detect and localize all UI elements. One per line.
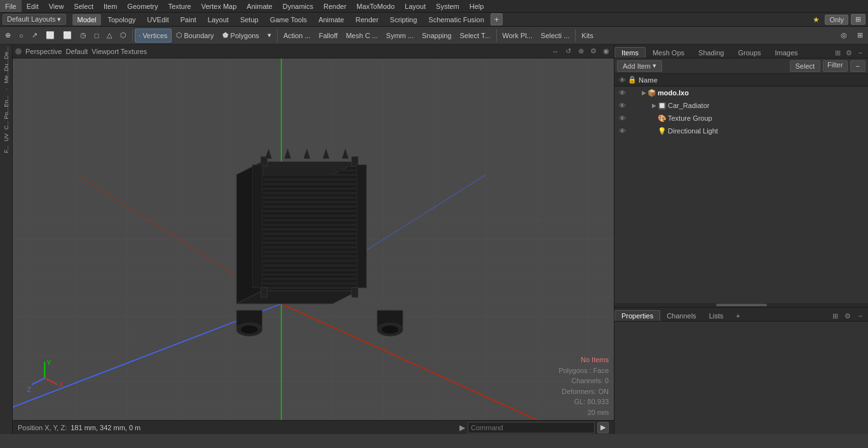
command-input[interactable]: [468, 422, 595, 433]
vertices-button[interactable]: · Vertices: [135, 29, 171, 43]
left-tool-6[interactable]: Po...: [1, 107, 12, 119]
kits-button[interactable]: Kits: [578, 29, 597, 43]
tab-groups[interactable]: Groups: [731, 47, 768, 58]
tree-lock-light[interactable]: [627, 126, 637, 136]
workpl-button[interactable]: Work Pl...: [499, 29, 536, 43]
tree-lock-texture[interactable]: [627, 113, 637, 123]
menu-edit[interactable]: Edit: [22, 0, 44, 12]
left-tool-7[interactable]: C...: [1, 119, 12, 131]
menu-view[interactable]: View: [44, 0, 69, 12]
tree-arrow-modo[interactable]: ▶: [640, 89, 648, 97]
symm-button[interactable]: Symm ...: [383, 29, 417, 43]
viewport-move-icon[interactable]: ↔: [550, 46, 560, 57]
menu-file[interactable]: File: [0, 0, 22, 12]
tab-model[interactable]: Model: [72, 14, 102, 25]
tool-extra2[interactable]: ⬡: [116, 29, 130, 43]
tree-lock-radiator[interactable]: [627, 100, 637, 111]
tree-eye-light[interactable]: 👁: [617, 126, 627, 136]
tab-animate[interactable]: Animate: [313, 14, 349, 25]
items-settings-icon[interactable]: ⚙: [844, 48, 854, 58]
tab-schematic-fusion[interactable]: Schematic Fusion: [423, 14, 489, 25]
tool-toggle[interactable]: ⊕: [1, 29, 15, 43]
menu-maxtomodo[interactable]: MaxToModo: [351, 0, 400, 12]
props-settings-icon[interactable]: ⚙: [843, 311, 853, 321]
viewport-canvas[interactable]: Y X Z No Items Polygons : Face Channels:…: [13, 58, 614, 420]
tab-mesh-ops[interactable]: Mesh Ops: [646, 47, 691, 58]
selecti-button[interactable]: Selecti ...: [537, 29, 573, 43]
menu-select[interactable]: Select: [69, 0, 98, 12]
expand-button[interactable]: ⊞: [851, 14, 865, 25]
add-item-button[interactable]: Add Item ▾: [617, 60, 662, 72]
tree-eye-modo[interactable]: 👁: [617, 88, 627, 98]
tree-item-car-radiator[interactable]: 👁 ▶ 🔲 Car_Radiator: [614, 99, 868, 112]
tab-images[interactable]: Images: [768, 47, 805, 58]
tree-arrow-radiator[interactable]: ▶: [650, 102, 658, 109]
selectt-button[interactable]: Select T...: [456, 29, 494, 43]
menu-layout[interactable]: Layout: [400, 0, 431, 12]
viewport-camera-icon[interactable]: ◉: [601, 46, 611, 57]
tool-cursor[interactable]: ↗: [28, 29, 41, 43]
left-tool-9[interactable]: F...: [1, 144, 12, 155]
menu-help[interactable]: Help: [465, 0, 489, 12]
tree-item-directional-light[interactable]: 👁 ▶ 💡 Directional Light: [614, 125, 868, 137]
menu-dynamics[interactable]: Dynamics: [278, 0, 318, 12]
polygons-button[interactable]: ⬟ Polygons: [219, 29, 263, 43]
only-button[interactable]: Only: [825, 15, 848, 25]
menu-item[interactable]: Item: [98, 0, 122, 12]
command-go-button[interactable]: ▶: [597, 422, 609, 433]
tab-scripting[interactable]: Scripting: [385, 14, 423, 25]
tool-box[interactable]: □: [91, 29, 103, 43]
tree-eye-radiator[interactable]: 👁: [617, 100, 627, 111]
left-tool-8[interactable]: UV: [1, 132, 12, 143]
snapping-button[interactable]: Snapping: [418, 29, 456, 43]
tab-paint[interactable]: Paint: [175, 14, 201, 25]
props-collapse-icon[interactable]: −: [855, 311, 865, 321]
mesh-type-dropdown[interactable]: ▾: [264, 29, 275, 43]
menu-system[interactable]: System: [431, 0, 465, 12]
nav-grid-button[interactable]: ⊞: [853, 29, 867, 43]
tab-uvedit[interactable]: UVEdit: [142, 14, 174, 25]
tab-topology[interactable]: Topology: [102, 14, 140, 25]
tab-setup[interactable]: Setup: [235, 14, 264, 25]
meshc-button[interactable]: Mesh C ...: [342, 29, 381, 43]
tab-items[interactable]: Items: [614, 47, 646, 58]
scroll-thumb[interactable]: [716, 304, 767, 306]
tree-item-texture-group[interactable]: 👁 ▶ 🎨 Texture Group: [614, 112, 868, 125]
layouts-dropdown[interactable]: Default Layouts ▾: [3, 14, 66, 25]
left-tool-3[interactable]: Me...: [1, 71, 12, 83]
select-button[interactable]: Select: [790, 60, 821, 72]
tree-eye-texture[interactable]: 👁: [617, 113, 627, 123]
tab-channels[interactable]: Channels: [660, 311, 702, 321]
tool-extra1[interactable]: △: [103, 29, 116, 43]
tab-render[interactable]: Render: [350, 14, 383, 25]
boundary-button[interactable]: ⬡ Boundary: [172, 29, 218, 43]
tab-properties[interactable]: Properties: [614, 310, 660, 321]
tab-shading[interactable]: Shading: [691, 47, 731, 58]
tree-item-modo-lxo[interactable]: 👁 ▶ 📦 modo.lxo: [614, 86, 868, 99]
falloff-button[interactable]: Falloff: [315, 29, 342, 43]
items-expand-icon[interactable]: ⊞: [832, 48, 843, 58]
tree-lock-modo[interactable]: [627, 88, 637, 98]
tab-plus[interactable]: +: [729, 311, 746, 321]
items-minus-button[interactable]: −: [850, 60, 865, 72]
action-button[interactable]: Action ...: [280, 29, 315, 43]
menu-texture[interactable]: Texture: [163, 0, 196, 12]
tool-circle[interactable]: ○: [15, 29, 27, 43]
tool-scale[interactable]: ⬜: [59, 29, 76, 43]
menu-vertex-map[interactable]: Vertex Map: [196, 0, 242, 12]
viewport-rotate-icon[interactable]: ↺: [563, 46, 573, 57]
nav-orbit-button[interactable]: ◎: [837, 29, 851, 43]
viewport-zoom-icon[interactable]: ⊕: [576, 46, 586, 57]
tool-rotate[interactable]: ◷: [76, 29, 90, 43]
tab-lists[interactable]: Lists: [703, 311, 730, 321]
tab-game-tools[interactable]: Game Tools: [265, 14, 313, 25]
viewport-settings-icon[interactable]: ⚙: [588, 46, 599, 57]
props-expand-icon[interactable]: ⊞: [830, 311, 840, 321]
tab-layout[interactable]: Layout: [203, 14, 234, 25]
viewport-display-label[interactable]: Viewport Textures: [92, 48, 147, 55]
add-layout-button[interactable]: +: [491, 13, 503, 25]
menu-geometry[interactable]: Geometry: [122, 0, 163, 12]
tool-transform[interactable]: ⬜: [42, 29, 58, 43]
filter-button[interactable]: Filter: [823, 60, 847, 72]
menu-animate[interactable]: Animate: [241, 0, 277, 12]
